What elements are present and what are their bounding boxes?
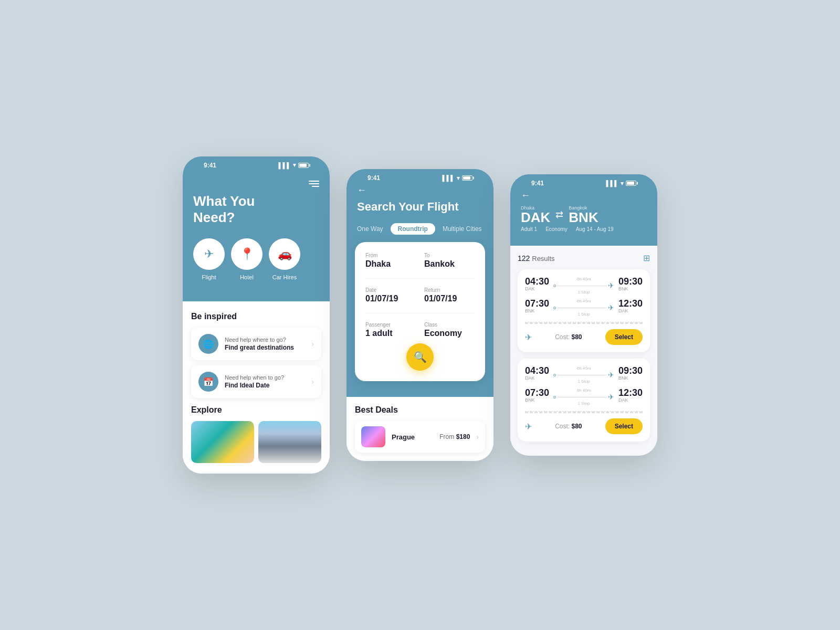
flight-2-select-button[interactable]: Select [605, 418, 643, 434]
wifi-icon-1: ▾ [293, 162, 296, 169]
results-header: 122 Results ⊞ [518, 253, 650, 263]
explore-images [191, 421, 321, 463]
date-field[interactable]: Date 01/07/19 [365, 287, 416, 303]
hamburger-line-2 [309, 183, 319, 184]
flight-1-bottom-icon: ✈ [525, 332, 532, 342]
flight-2-middle-1: 6h 40m ✈ 1 Stop [553, 366, 614, 384]
flight-2-middle-2: 6h 40m ✈ 1 Stop [553, 388, 614, 406]
time-3: 9:41 [531, 180, 544, 187]
flight-2-plane-icon-2: ✈ [608, 393, 614, 401]
trip-type-oneway[interactable]: One Way [357, 225, 383, 233]
battery-icon-2 [462, 175, 472, 181]
inspire-date-card[interactable]: 📅 Need help when to go? Find Ideal Date … [191, 365, 321, 398]
flight-1-bottom: ✈ Cost: $80 Select [525, 329, 643, 345]
beach-image[interactable] [191, 421, 254, 463]
flight-2-plane-icon-1: ✈ [608, 371, 614, 379]
search-button[interactable]: 🔍 [406, 343, 434, 371]
flight-1-dep2-time: 07:30 [525, 299, 549, 308]
signal-icon-2: ▌▌▌ [443, 175, 455, 181]
flight-1-stop1: 1 Stop [578, 290, 590, 295]
flight-1-arr1-time: 09:30 [618, 277, 643, 286]
flight-2-dep2-time: 07:30 [525, 388, 549, 397]
category-car-hires[interactable]: 🚗 Car Hires [269, 238, 300, 280]
results-header-section: 9:41 ▌▌▌ ▾ ← Dhaka DAK ⇄ [510, 174, 657, 246]
phone-results: 9:41 ▌▌▌ ▾ ← Dhaka DAK ⇄ [510, 174, 657, 456]
filter-icon[interactable]: ⊞ [643, 253, 650, 263]
deal-prague-card[interactable]: Prague From $180 › [355, 421, 485, 453]
flight-2-dep1-code: DAK [525, 375, 549, 381]
inspire-date-title: Need help when to go? [225, 374, 305, 381]
flight-1-select-button[interactable]: Select [605, 329, 643, 345]
from-label: From [365, 253, 416, 258]
from-field[interactable]: From Dhaka [365, 253, 416, 269]
home-page-title: What You Need? [193, 193, 319, 226]
flight-1-cost: Cost: $80 [555, 333, 582, 341]
return-field[interactable]: Return 01/07/19 [424, 287, 475, 303]
phones-container: 9:41 ▌▌▌ ▾ What You Need? [162, 125, 678, 505]
to-field[interactable]: To Bankok [424, 253, 475, 269]
route-info: Dhaka DAK ⇄ Bangkok BNK Adult 1 Economy … [521, 205, 647, 232]
back-button-2[interactable]: ← [357, 185, 483, 196]
deal-prague-name: Prague [392, 433, 433, 441]
hotel-icon-circle: 📍 [231, 238, 262, 270]
flight-2-dep2-code: BNK [525, 397, 549, 403]
return-label: Return [424, 287, 475, 293]
flight-1-plane-icon-2: ✈ [608, 303, 614, 312]
flight-2-bottom: ✈ Cost: $80 Select [525, 418, 643, 434]
category-flight[interactable]: ✈ Flight [193, 238, 225, 280]
inspire-destinations-arrow: › [311, 340, 314, 348]
flight-2-arr2: 12:30 DAK [618, 388, 643, 403]
return-value: 01/07/19 [424, 294, 475, 303]
status-bar-3: 9:41 ▌▌▌ ▾ [521, 174, 647, 190]
flight-1-arr1: 09:30 BNK [618, 277, 643, 291]
inspire-destinations-subtitle: Find great destinations [225, 344, 305, 351]
flight-1-dep1: 04:30 DAK [525, 277, 549, 291]
from-city-group: Dhaka DAK [521, 205, 550, 224]
status-icons-2: ▌▌▌ ▾ [443, 175, 472, 182]
flight-2-dur1: 6h 40m [577, 366, 591, 371]
inspire-destinations-card[interactable]: 🌐 Need help where to go? Find great dest… [191, 328, 321, 360]
passenger-field[interactable]: Passenger 1 adult [365, 322, 416, 338]
mountain-image[interactable] [258, 421, 321, 463]
flight-1-arr2-code: DAK [618, 308, 643, 313]
to-value: Bankok [424, 259, 475, 269]
hamburger-menu[interactable] [193, 172, 319, 193]
flight-2-stop1: 1 Stop [578, 379, 590, 384]
inspire-destinations-text: Need help where to go? Find great destin… [225, 337, 305, 351]
flight-2-dur2: 6h 40m [577, 388, 591, 393]
home-header: 9:41 ▌▌▌ ▾ What You Need? [183, 156, 330, 301]
flight-icon-circle: ✈ [193, 238, 225, 270]
results-body: 122 Results ⊞ 04:30 DAK 6h 40m [510, 246, 657, 456]
flight-2-dep1: 04:30 DAK [525, 366, 549, 381]
flight-2-divider [525, 411, 643, 413]
deal-prague-price: From $180 [439, 433, 470, 440]
trip-type-bar: One Way Roundtrip Multiple Cities [357, 223, 483, 235]
flight-1-arr2-time: 12:30 [618, 299, 643, 308]
flight-1-outbound: 04:30 DAK 6h 40m ✈ 1 Stop 09:30 [525, 277, 643, 295]
status-bar-1: 9:41 ▌▌▌ ▾ [193, 156, 319, 172]
class-field[interactable]: Class Economy [424, 322, 475, 338]
flight-1-dep2-code: BNK [525, 308, 549, 313]
from-to-row: From Dhaka To Bankok [365, 253, 475, 269]
to-city-group: Bangkok BNK [569, 205, 598, 224]
flight-1-middle-1: 6h 40m ✈ 1 Stop [553, 277, 614, 295]
trip-type-roundtrip[interactable]: Roundtrip [391, 223, 435, 235]
from-value: Dhaka [365, 259, 416, 269]
inspire-date-subtitle: Find Ideal Date [225, 382, 305, 389]
flight-2-arr2-time: 12:30 [618, 388, 643, 397]
category-hotel[interactable]: 📍 Hotel [231, 238, 262, 280]
signal-icon-1: ▌▌▌ [279, 162, 291, 169]
back-button-3[interactable]: ← [521, 190, 647, 201]
meta-passengers: Adult 1 [521, 226, 537, 232]
flight-2-arr1-time: 09:30 [618, 366, 643, 375]
trip-type-multiple[interactable]: Multiple Cities [443, 225, 482, 233]
flight-2-dep2: 07:30 BNK [525, 388, 549, 403]
meta-class: Economy [545, 226, 568, 232]
passenger-class-row: Passenger 1 adult Class Economy [365, 322, 475, 338]
search-form-card: From Dhaka To Bankok Date 01/07/19 [355, 242, 485, 381]
flight-2-arr2-code: DAK [618, 397, 643, 403]
inspire-title: Be inspired [191, 312, 321, 321]
flight-1-dur2: 6h 40m [577, 299, 591, 303]
status-icons-1: ▌▌▌ ▾ [279, 162, 309, 169]
inspire-destinations-title: Need help where to go? [225, 337, 305, 343]
